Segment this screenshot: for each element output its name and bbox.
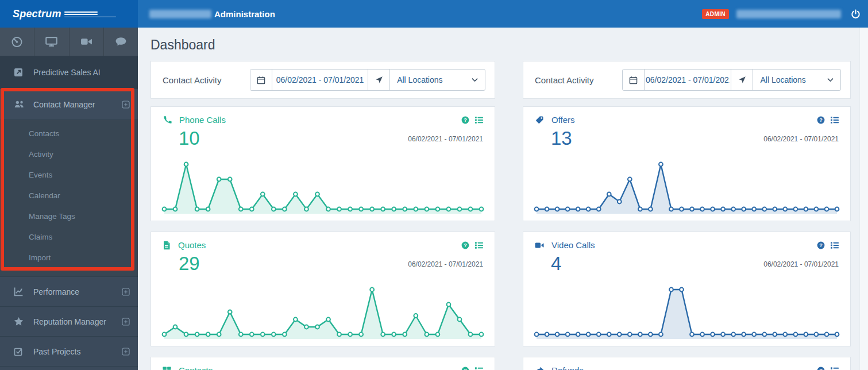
star-icon (14, 317, 26, 326)
list-icon[interactable] (475, 367, 483, 370)
video-calls-chart (533, 284, 841, 341)
logo-lines-graphic (64, 11, 116, 18)
video-icon (535, 241, 544, 250)
list-icon[interactable] (475, 241, 483, 249)
sidebar-item-past-projects[interactable]: Past Projects (0, 336, 138, 366)
location-arrow-icon[interactable] (731, 70, 753, 90)
line-chart-icon (14, 287, 26, 296)
svg-text:?: ? (819, 117, 823, 123)
filter-label: Contact Activity (535, 75, 622, 85)
question-circle-icon[interactable]: ? (461, 116, 469, 124)
sidebar-item-events[interactable]: Events (0, 165, 138, 186)
metric-card-refunds: Refunds ? (523, 357, 851, 370)
sidebar-item-calendar[interactable]: Calendar (0, 186, 138, 206)
question-circle-icon[interactable]: ? (817, 241, 825, 249)
contact-manager-submenu: Contacts Activity Events Calendar Manage… (0, 120, 138, 276)
filter-label: Contact Activity (163, 75, 250, 85)
metric-value: 10 (179, 128, 200, 149)
desktop-icon[interactable] (34, 28, 69, 56)
file-icon (163, 241, 171, 250)
top-header: Spectrum Administration ADMIN (0, 0, 868, 28)
svg-text:?: ? (464, 368, 467, 370)
sidebar-item-claims[interactable]: Claims (0, 227, 138, 248)
sidebar-iconbar (0, 28, 138, 56)
dashboard-column-left: Contact Activity All Locations (151, 61, 495, 370)
page-title: Dashboard (151, 35, 868, 61)
metric-date-range: 06/02/2021 - 07/01/2021 (408, 260, 483, 274)
plus-square-icon[interactable] (122, 288, 130, 296)
question-circle-icon[interactable]: ? (817, 367, 825, 370)
quotes-chart (160, 284, 485, 341)
sidebar-item-reputation-manager[interactable]: Reputation Manager (0, 306, 138, 336)
plus-square-icon[interactable] (122, 101, 130, 109)
video-camera-icon[interactable] (70, 28, 104, 56)
contact-activity-filter: Contact Activity All Locations (523, 61, 851, 99)
location-select[interactable]: All Locations (390, 70, 485, 90)
question-circle-icon[interactable]: ? (817, 116, 825, 124)
card-title: Offers (551, 115, 575, 125)
sidebar-item-predictive-sales-ai[interactable]: Predictive Sales AI (0, 56, 138, 88)
sidebar-item-activity[interactable]: Activity (0, 144, 138, 165)
metric-card-quotes: Quotes ? 29 06/02/2021 - 07/01/2021 (151, 232, 495, 346)
chevron-down-icon (827, 78, 834, 82)
metric-value: 4 (551, 253, 561, 274)
sidebar-item-performance[interactable]: Performance (0, 276, 138, 306)
metric-card-video-calls: Video Calls ? 4 06/02/2021 - 07/01/2021 (523, 232, 851, 346)
metric-date-range: 06/02/2021 - 07/01/2021 (763, 135, 839, 149)
date-range-input[interactable] (645, 70, 731, 90)
card-title: Refunds (551, 365, 584, 370)
sidebar-item-contact-manager[interactable]: Contact Manager (0, 88, 138, 120)
card-title: Video Calls (551, 240, 595, 250)
scrollbar[interactable] (859, 28, 868, 370)
plus-square-icon[interactable] (122, 318, 130, 326)
location-select-value: All Locations (760, 75, 805, 84)
dashboard-icon[interactable] (0, 28, 34, 56)
location-select[interactable]: All Locations (753, 70, 840, 90)
metric-date-range: 06/02/2021 - 07/01/2021 (763, 260, 839, 274)
th-large-icon (163, 366, 171, 370)
question-circle-icon[interactable]: ? (461, 241, 469, 249)
location-arrow-icon[interactable] (368, 70, 390, 90)
list-icon[interactable] (831, 367, 839, 370)
sidebar-item-label: Reputation Manager (33, 317, 122, 326)
sidebar-item-contacts[interactable]: Contacts (0, 124, 138, 144)
calendar-icon[interactable] (250, 70, 272, 90)
dashboard-column-right: Contact Activity All Locations (523, 61, 851, 370)
list-icon[interactable] (475, 116, 483, 124)
card-title: Quotes (178, 240, 206, 250)
phone-calls-chart (160, 159, 485, 216)
filter-input-group: All Locations (622, 69, 841, 91)
redacted-text (149, 10, 211, 18)
date-range-input[interactable] (272, 70, 368, 90)
sidebar-item-partial (0, 366, 138, 370)
power-icon[interactable] (851, 9, 861, 19)
phone-icon (163, 115, 172, 125)
sidebar-item-label: Predictive Sales AI (33, 68, 130, 77)
users-icon (14, 100, 26, 109)
share-icon (535, 367, 544, 370)
svg-text:?: ? (464, 242, 467, 248)
sidebar-item-label: Past Projects (33, 347, 122, 356)
svg-text:?: ? (464, 117, 467, 123)
question-circle-icon[interactable]: ? (461, 367, 469, 370)
list-icon[interactable] (831, 116, 839, 124)
sidebar-item-import[interactable]: Import (0, 248, 138, 268)
redacted-text (736, 10, 841, 18)
svg-text:?: ? (819, 368, 823, 370)
tag-icon (535, 115, 544, 125)
admin-badge: ADMIN (702, 9, 729, 19)
plus-square-icon[interactable] (122, 348, 130, 356)
sidebar-item-label: Performance (33, 287, 122, 296)
header-title: Administration (214, 9, 275, 19)
sidebar-item-manage-tags[interactable]: Manage Tags (0, 206, 138, 227)
app-logo: Spectrum (0, 0, 138, 28)
location-select-value: All Locations (397, 75, 442, 84)
date-range-input-wrap (272, 70, 368, 90)
chat-icon[interactable] (104, 28, 138, 56)
list-icon[interactable] (831, 241, 839, 249)
contact-activity-filter: Contact Activity All Locations (151, 61, 495, 99)
chevron-down-icon (472, 78, 478, 82)
metric-date-range: 06/02/2021 - 07/01/2021 (408, 135, 483, 149)
calendar-icon[interactable] (623, 70, 645, 90)
svg-text:?: ? (819, 242, 823, 248)
